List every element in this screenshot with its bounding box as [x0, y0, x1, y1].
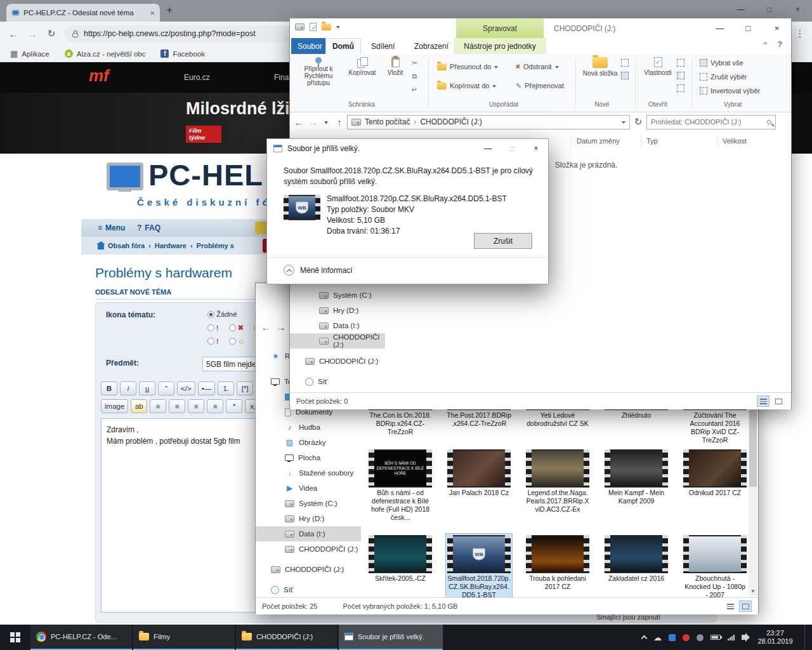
browser-maximize-button[interactable]: □: [755, 0, 783, 19]
quick-access-new-folder-icon[interactable]: [322, 23, 331, 30]
align-justify-button[interactable]: ≡: [207, 399, 223, 413]
menu-link[interactable]: ≡Menu: [98, 223, 125, 232]
topic-icon-option[interactable]: ✖: [229, 324, 244, 332]
forward-icon[interactable]: →: [306, 117, 320, 128]
breadcrumb-segment[interactable]: CHODDOPIČI (J:): [420, 117, 481, 126]
antivirus-icon[interactable]: [683, 634, 690, 641]
nav-item-videos[interactable]: ▶Videa: [256, 481, 361, 496]
bookmark-facebook[interactable]: fFacebook: [160, 50, 205, 58]
quote-button[interactable]: ": [158, 381, 174, 395]
new-folder-button[interactable]: Nová složka: [580, 57, 620, 77]
breadcrumb-link[interactable]: Hardware: [155, 242, 187, 249]
nav-item-drive-j-device[interactable]: CHODDOPIČI (J:): [256, 562, 361, 577]
rename-button[interactable]: ✎Přejmenovat: [513, 78, 566, 93]
column-header-type[interactable]: Typ: [641, 134, 717, 148]
nav-item-drive-d[interactable]: Hry (D:): [290, 303, 385, 318]
ribbon-collapse-icon[interactable]: ^: [764, 41, 767, 48]
copy-button[interactable]: Kopírovat: [344, 57, 380, 76]
nav-item-drive-j-device[interactable]: CHODDOPIČI (J:): [290, 354, 385, 369]
quick-access-customize-icon[interactable]: [336, 26, 340, 30]
battery-icon[interactable]: [710, 635, 721, 640]
bold-button[interactable]: B: [101, 381, 117, 395]
nav-item-drive-j[interactable]: CHODDOPIČI (J:): [256, 541, 361, 557]
forward-icon[interactable]: →: [273, 322, 289, 333]
dialog-close-button[interactable]: ×: [524, 139, 548, 158]
browser-close-button[interactable]: ×: [783, 0, 812, 19]
file-item[interactable]: Trouba k pohledani 2017 CZ: [525, 534, 591, 600]
align-right-button[interactable]: ≡: [188, 399, 204, 413]
scroll-down-icon[interactable]: ▼: [749, 587, 757, 596]
clock[interactable]: 23:27 28.01.2019: [753, 629, 797, 646]
help-icon[interactable]: ?: [778, 40, 782, 49]
nav-item-music[interactable]: ♪Hudba: [256, 420, 361, 435]
italic-button[interactable]: i: [120, 381, 136, 395]
details-view-button[interactable]: [724, 600, 737, 612]
dialog-minimize-button[interactable]: —: [476, 139, 500, 158]
network-link[interactable]: Euro.cz: [184, 73, 210, 82]
edit-icon[interactable]: [677, 72, 684, 79]
paste-shortcut-icon[interactable]: ↵: [412, 86, 417, 94]
easy-access-icon[interactable]: [621, 72, 629, 79]
minimize-button[interactable]: —: [705, 18, 734, 37]
search-input[interactable]: [651, 118, 767, 126]
nav-item-drive-i[interactable]: Data (I:): [290, 318, 385, 333]
delete-button[interactable]: ×Odstranit: [513, 59, 561, 74]
network-icon[interactable]: [728, 635, 735, 640]
back-icon[interactable]: ←: [4, 29, 23, 39]
code-button[interactable]: </>: [177, 381, 195, 395]
paste-button[interactable]: Vložit: [381, 57, 409, 76]
history-icon[interactable]: [677, 84, 684, 92]
move-to-button[interactable]: Přesunout do: [435, 59, 501, 74]
file-item[interactable]: Odnikud 2017 CZ: [682, 448, 748, 523]
quick-access-properties-icon[interactable]: [310, 23, 317, 31]
volume-icon[interactable]: [742, 635, 746, 640]
nav-item-network[interactable]: Síť: [256, 582, 361, 597]
back-icon[interactable]: ←: [291, 117, 306, 128]
properties-button[interactable]: Vlastnosti: [640, 57, 676, 76]
site-logo-text[interactable]: PC-HEL: [148, 157, 263, 192]
nav-item-drive-c[interactable]: Systém (C:): [256, 496, 361, 511]
file-item[interactable]: Legend.of.the.Naga.Pearls.2017.BRRip.Xvi…: [525, 448, 591, 523]
show-desktop-button[interactable]: [804, 625, 808, 650]
topic-icon-option[interactable]: ☺: [229, 337, 245, 345]
recent-locations-icon[interactable]: ▾: [320, 119, 332, 126]
thumbnails-view-button[interactable]: [772, 395, 785, 407]
tab-share[interactable]: Sdílení: [365, 38, 401, 54]
up-icon[interactable]: ↑: [332, 117, 347, 128]
underline-button[interactable]: u: [139, 381, 155, 395]
contextual-tab-manage[interactable]: Spravovat: [456, 18, 544, 38]
browser-tab[interactable]: PC-HELP.CZ - Odeslat nové téma ×: [6, 4, 160, 22]
tab-home[interactable]: Domů: [325, 38, 361, 54]
hidden-icons-chevron[interactable]: [641, 635, 648, 642]
invert-selection-button[interactable]: Invertovat výběr: [697, 84, 763, 97]
align-left-button[interactable]: ≡: [150, 399, 166, 413]
column-header-date[interactable]: Datum změny: [572, 134, 641, 148]
open-icon[interactable]: [677, 59, 684, 67]
select-all-button[interactable]: Vybrat vše: [697, 56, 746, 69]
bookmark-apps[interactable]: ▦Aplikace: [10, 49, 49, 58]
taskbar-button-dialog[interactable]: Soubor je příliš velký.: [339, 625, 443, 650]
taskbar-button-choddopici[interactable]: CHODDOPIČI (J:): [236, 625, 337, 650]
radio[interactable]: [229, 324, 236, 331]
nav-item-desktop[interactable]: Plocha: [256, 450, 361, 465]
align-center-button[interactable]: ≡: [169, 399, 185, 413]
new-tab-button[interactable]: +: [166, 4, 173, 17]
faq-link[interactable]: ?FAQ: [137, 223, 160, 232]
breadcrumb-segment[interactable]: Tento počítač: [365, 117, 410, 126]
back-icon[interactable]: ←: [258, 322, 273, 333]
details-view-button[interactable]: [757, 395, 769, 407]
copy-to-button[interactable]: Kopírovat do: [435, 78, 499, 93]
address-dropdown-icon[interactable]: [622, 121, 625, 126]
start-button[interactable]: [0, 625, 30, 650]
bookmark-alza[interactable]: aAlza.cz - největší obc: [65, 50, 146, 58]
file-item[interactable]: Jan Palach 2018 Cz: [446, 448, 512, 523]
list-item-button[interactable]: [*]: [237, 381, 253, 395]
tab-view[interactable]: Zobrazení: [408, 38, 455, 54]
search-box[interactable]: [646, 115, 776, 129]
radio[interactable]: [207, 338, 214, 345]
maximize-button[interactable]: □: [734, 18, 763, 37]
reload-icon[interactable]: ↻: [42, 28, 61, 39]
asterisk-button[interactable]: *: [226, 399, 242, 413]
file-item[interactable]: Zbouchnutá - Knocked Up - 1080p - 2007: [682, 534, 748, 600]
explorer-breadcrumb[interactable]: Tento počítač › CHODDOPIČI (J:): [347, 115, 630, 129]
